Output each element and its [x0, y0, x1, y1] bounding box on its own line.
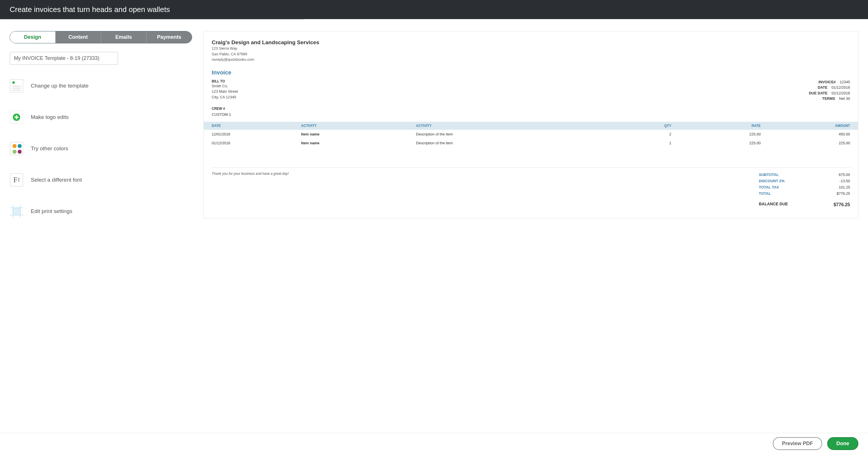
tab-design[interactable]: Design: [10, 31, 56, 43]
item-desc: Description of the item: [416, 132, 620, 136]
item-date: 12/01/2016: [212, 132, 301, 136]
tax-label: TOTAL TAX: [759, 184, 779, 191]
col-header-qty: QTY: [620, 124, 671, 128]
terms-label: TERMS: [812, 96, 835, 102]
option-label: Make logo edits: [31, 114, 69, 120]
balance-due-value: $776.25: [834, 201, 850, 208]
items-body: 12/01/2016 Item name Description of the …: [204, 130, 858, 147]
item-amount: 450.00: [761, 132, 850, 136]
option-label: Try other colors: [31, 145, 68, 152]
totals-block: SUBTOTAL675.00 DISCOUNT 2%-13.50 TOTAL T…: [759, 172, 850, 209]
item-desc: Description of the item: [416, 141, 620, 145]
item-date: 01/12/2016: [212, 141, 301, 145]
invoice-date-label: DATE: [805, 85, 828, 90]
bill-to-addr1: 123 Main Street: [212, 89, 238, 94]
tab-content[interactable]: Content: [56, 31, 101, 43]
option-print-settings[interactable]: Edit print settings: [10, 204, 192, 218]
due-date-value: 02/12/2016: [832, 90, 850, 96]
line-item: 12/01/2016 Item name Description of the …: [212, 130, 850, 139]
document-title: Invoice: [212, 69, 850, 76]
item-qty: 1: [620, 141, 671, 145]
invoice-no-value: 12345: [840, 79, 850, 85]
design-panel: Design Content Emails Payments Change up…: [10, 31, 192, 218]
crew-block: CREW # CUSTOM-1: [212, 107, 850, 117]
colors-icon: [10, 142, 23, 155]
add-logo-icon: [10, 110, 23, 124]
invoice-date-value: 01/12/2016: [832, 85, 850, 90]
thank-you-message: Thank you for your business and have a g…: [212, 172, 289, 209]
invoice-preview: Craig's Design and Landscaping Services …: [204, 31, 858, 218]
item-amount: 225.00: [761, 141, 850, 145]
total-value: $776.25: [837, 191, 850, 197]
tax-value: 101.25: [839, 184, 850, 191]
template-icon: [10, 79, 23, 93]
crew-value: CUSTOM-1: [212, 112, 850, 117]
bottom-action-bar: Preview PDF Done: [0, 433, 868, 454]
option-label: Select a different font: [31, 177, 82, 183]
subtotal-label: SUBTOTAL: [759, 172, 779, 178]
preview-pdf-button[interactable]: Preview PDF: [773, 437, 822, 450]
bill-to-name: Smith Co.: [212, 83, 238, 89]
item-rate: 225.00: [671, 132, 761, 136]
terms-value: Net 30: [839, 96, 850, 102]
page-title: Create invoices that turn heads and open…: [10, 5, 170, 14]
option-select-font[interactable]: Ff Select a different font: [10, 173, 192, 187]
col-header-rate: RATE: [671, 124, 761, 128]
crew-label: CREW #: [212, 107, 850, 111]
tab-payments[interactable]: Payments: [147, 31, 192, 43]
item-name: Item name: [301, 132, 416, 136]
option-label: Change up the template: [31, 83, 89, 89]
template-name-input[interactable]: [10, 52, 118, 65]
option-change-template[interactable]: Change up the template: [10, 79, 192, 93]
bill-to-block: BILL TO Smith Co. 123 Main Street City, …: [212, 79, 238, 102]
col-header-amount: AMOUNT: [761, 124, 850, 128]
discount-label: DISCOUNT 2%: [759, 178, 784, 184]
line-item: 01/12/2016 Item name Description of the …: [212, 139, 850, 147]
font-icon: Ff: [10, 173, 23, 187]
bill-to-label: BILL TO: [212, 79, 238, 83]
due-date-label: DUE DATE: [805, 90, 828, 96]
tab-bar: Design Content Emails Payments: [10, 31, 192, 44]
total-label: TOTAL: [759, 191, 771, 197]
done-button[interactable]: Done: [827, 437, 858, 450]
option-logo-edits[interactable]: Make logo edits: [10, 110, 192, 124]
col-header-date: DATE: [212, 124, 301, 128]
print-margins-icon: [10, 204, 23, 218]
col-header-activity2: ACTIVITY: [416, 124, 620, 128]
company-addr2: San Pablo, CA 87999: [212, 51, 850, 57]
tab-emails[interactable]: Emails: [101, 31, 147, 43]
option-other-colors[interactable]: Try other colors: [10, 142, 192, 155]
subtotal-value: 675.00: [839, 172, 850, 178]
company-name: Craig's Design and Landscaping Services: [212, 39, 850, 46]
invoice-no-label: INVOICE#: [813, 79, 836, 85]
bill-to-addr2: City, CA 12345: [212, 94, 238, 100]
company-email: noreply@quickbooks.com: [212, 57, 850, 62]
items-header-row: DATE ACTIVITY ACTIVITY QTY RATE AMOUNT: [204, 122, 858, 130]
item-qty: 2: [620, 132, 671, 136]
item-name: Item name: [301, 141, 416, 145]
company-addr1: 123 Sierra Way: [212, 46, 850, 51]
option-label: Edit print settings: [31, 208, 72, 215]
invoice-meta: INVOICE#12345 DATE01/12/2016 DUE DATE02/…: [805, 79, 850, 102]
page-header: Create invoices that turn heads and open…: [0, 0, 868, 19]
col-header-activity: ACTIVITY: [301, 124, 416, 128]
item-rate: 225.00: [671, 141, 761, 145]
discount-value: -13.50: [839, 178, 850, 184]
balance-due-label: BALANCE DUE: [759, 201, 788, 208]
